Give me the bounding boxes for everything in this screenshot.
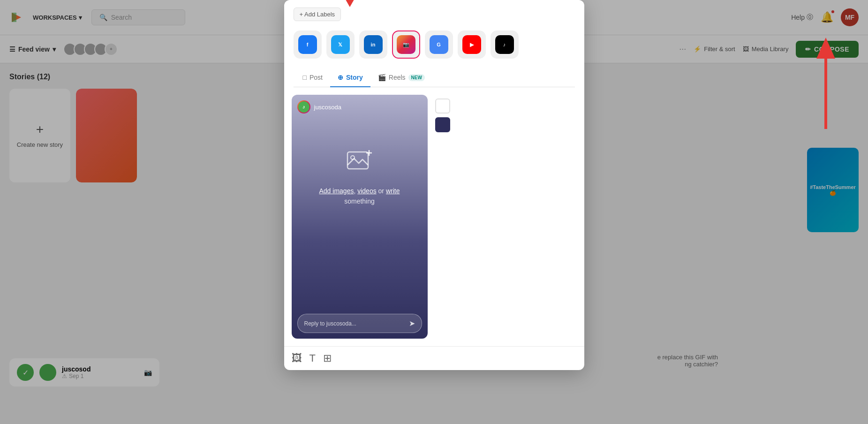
story-preview-header: J juscosoda <box>292 95 428 119</box>
add-image-toolbar-icon[interactable]: 🖼 <box>292 352 302 364</box>
platform-twitter[interactable]: 𝕏 <box>326 30 355 59</box>
story-center-content: Add images, videos or write something <box>292 119 428 216</box>
add-gallery-toolbar-icon[interactable]: ⊞ <box>323 352 332 364</box>
modal-header: + Add Labels f 𝕏 in 📷 G ▶ ♪ <box>284 0 584 87</box>
post-tab-label: Post <box>309 74 323 81</box>
story-reply-bar[interactable]: Reply to juscosoda... ➤ <box>297 314 422 333</box>
add-media-icon <box>346 147 374 178</box>
add-media-text: Add images, videos or write something <box>319 186 400 207</box>
story-account-avatar: J <box>297 100 310 114</box>
platform-linkedin[interactable]: in <box>359 30 387 59</box>
tab-reels[interactable]: 🎬 Reels NEW <box>370 68 432 87</box>
platform-youtube[interactable]: ▶ <box>458 30 486 59</box>
svg-rect-4 <box>347 152 368 169</box>
content-type-tabs: □ Post ⊕ Story 🎬 Reels NEW <box>294 68 575 87</box>
story-username: juscosoda <box>314 104 342 111</box>
linkedin-logo: in <box>364 35 383 54</box>
send-icon[interactable]: ➤ <box>409 319 415 328</box>
platform-icons-row: f 𝕏 in 📷 G ▶ ♪ <box>294 27 575 62</box>
twitter-logo: 𝕏 <box>331 35 350 54</box>
facebook-logo: f <box>298 35 317 54</box>
avatar-inner: J <box>298 101 309 113</box>
platform-google[interactable]: G <box>425 30 453 59</box>
google-logo: G <box>430 35 448 54</box>
color-swatches <box>435 95 450 339</box>
modal-top-row: + Add Labels <box>294 8 575 21</box>
reply-placeholder: Reply to juscosoda... <box>304 320 356 327</box>
platform-tiktok[interactable]: ♪ <box>491 30 519 59</box>
write-link[interactable]: write <box>386 187 400 195</box>
tiktok-logo: ♪ <box>495 35 514 54</box>
something-text: something <box>344 197 375 205</box>
story-preview: J juscosoda Add images, videos <box>292 95 428 339</box>
new-badge: NEW <box>408 74 425 81</box>
platform-facebook[interactable]: f <box>294 30 322 59</box>
platform-instagram[interactable]: 📷 <box>392 30 420 59</box>
compose-modal: + Add Labels f 𝕏 in 📷 G ▶ ♪ <box>284 0 584 370</box>
story-tab-label: Story <box>346 74 363 81</box>
add-images-link[interactable]: Add images <box>319 187 354 195</box>
videos-link[interactable]: videos <box>357 187 376 195</box>
color-swatch-dark[interactable] <box>435 117 450 132</box>
instagram-logo: 📷 <box>397 35 415 54</box>
color-swatch-white[interactable] <box>435 98 450 114</box>
or-text: or <box>378 187 384 195</box>
add-text-toolbar-icon[interactable]: T <box>309 352 316 364</box>
post-tab-icon: □ <box>303 74 307 81</box>
modal-toolbar: 🖼 T ⊞ <box>284 346 584 370</box>
add-labels-button[interactable]: + Add Labels <box>294 8 341 21</box>
youtube-logo: ▶ <box>462 35 481 54</box>
reels-tab-icon: 🎬 <box>378 74 386 81</box>
add-labels-label: + Add Labels <box>300 11 335 18</box>
tab-post[interactable]: □ Post <box>295 68 330 87</box>
reels-tab-label: Reels <box>389 74 406 81</box>
tab-story[interactable]: ⊕ Story <box>330 68 370 87</box>
story-tab-icon: ⊕ <box>338 74 343 81</box>
modal-body: J juscosoda Add images, videos <box>284 87 584 346</box>
